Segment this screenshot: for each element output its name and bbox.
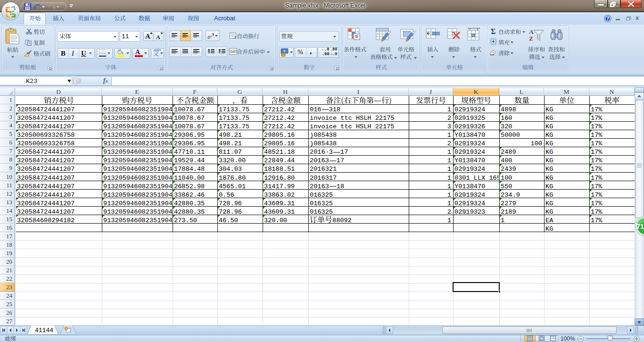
svg-text:71: 71 (636, 223, 644, 230)
svg-text:?: ? (606, 16, 609, 21)
